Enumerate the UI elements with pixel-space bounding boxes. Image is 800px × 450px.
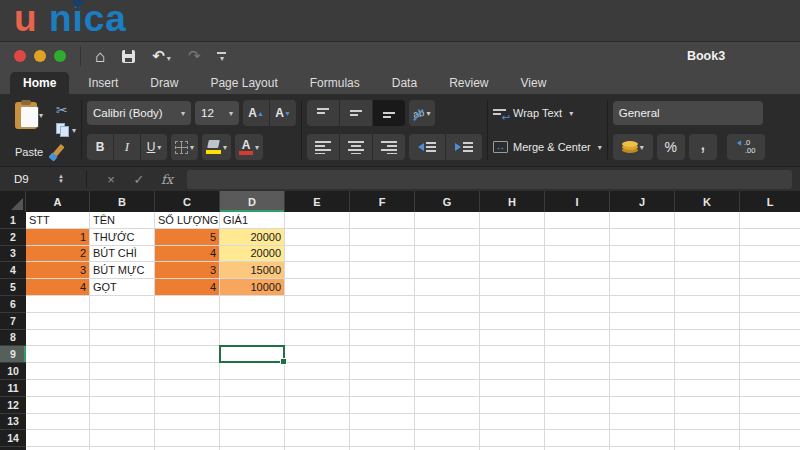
row-header-3[interactable]: 3	[0, 246, 26, 263]
cell-F11[interactable]	[350, 380, 415, 397]
formula-input[interactable]	[187, 170, 792, 189]
cell-I14[interactable]	[545, 430, 610, 447]
cell-G7[interactable]	[415, 313, 480, 330]
align-top-button[interactable]	[307, 100, 339, 126]
cell-G13[interactable]	[415, 414, 480, 431]
cell-E2[interactable]	[285, 229, 350, 246]
percent-style-button[interactable]: %	[657, 134, 685, 160]
merge-center-button[interactable]: ↔ Merge & Center ▾	[493, 134, 602, 160]
cell-H4[interactable]	[480, 262, 545, 279]
tab-insert[interactable]: Insert	[75, 72, 131, 94]
cell-F9[interactable]	[350, 346, 415, 363]
cell-L6[interactable]	[740, 296, 800, 313]
increase-indent-button[interactable]	[446, 134, 482, 160]
cell-C6[interactable]	[155, 296, 220, 313]
cell-D11[interactable]	[220, 380, 285, 397]
cell-A3[interactable]: 2	[26, 246, 90, 263]
cell-I1[interactable]	[545, 212, 610, 229]
cell-J5[interactable]	[610, 279, 675, 296]
column-header-D[interactable]: D	[220, 191, 285, 212]
cell-H11[interactable]	[480, 380, 545, 397]
align-middle-button[interactable]	[340, 100, 372, 126]
column-header-C[interactable]: C	[155, 191, 220, 212]
cell-K8[interactable]	[675, 330, 740, 347]
cell-A7[interactable]	[26, 313, 90, 330]
cell-H14[interactable]	[480, 430, 545, 447]
cell-J13[interactable]	[610, 414, 675, 431]
fill-color-button[interactable]: ▾	[202, 134, 231, 160]
cell-D10[interactable]	[220, 363, 285, 380]
cell-G5[interactable]	[415, 279, 480, 296]
column-header-B[interactable]: B	[90, 191, 155, 212]
cell-L12[interactable]	[740, 397, 800, 414]
cell-J6[interactable]	[610, 296, 675, 313]
column-header-F[interactable]: F	[350, 191, 415, 212]
cell-E1[interactable]	[285, 212, 350, 229]
cell-J7[interactable]	[610, 313, 675, 330]
cell-E14[interactable]	[285, 430, 350, 447]
enter-icon[interactable]: ✓	[125, 172, 153, 187]
row-header-8[interactable]: 8	[0, 330, 26, 347]
cell-H7[interactable]	[480, 313, 545, 330]
cell-A11[interactable]	[26, 380, 90, 397]
cell-E4[interactable]	[285, 262, 350, 279]
cell-J3[interactable]	[610, 246, 675, 263]
cell-D6[interactable]	[220, 296, 285, 313]
tab-home[interactable]: Home	[10, 72, 69, 94]
cell-K2[interactable]	[675, 229, 740, 246]
wrap-text-button[interactable]: ↩ Wrap Text ▾	[493, 100, 573, 126]
cell-K9[interactable]	[675, 346, 740, 363]
format-painter-button[interactable]	[56, 141, 76, 159]
cell-C4[interactable]: 3	[155, 262, 220, 279]
cell-A5[interactable]: 4	[26, 279, 90, 296]
cell-F13[interactable]	[350, 414, 415, 431]
cell-L10[interactable]	[740, 363, 800, 380]
cell-H8[interactable]	[480, 330, 545, 347]
cell-J9[interactable]	[610, 346, 675, 363]
align-right-button[interactable]	[373, 134, 405, 160]
cell-G12[interactable]	[415, 397, 480, 414]
cell-C12[interactable]	[155, 397, 220, 414]
cell-I12[interactable]	[545, 397, 610, 414]
cell-D1[interactable]: GIÁ1	[220, 212, 285, 229]
cell-B9[interactable]	[90, 346, 155, 363]
cell-C8[interactable]	[155, 330, 220, 347]
cell-J12[interactable]	[610, 397, 675, 414]
cell-K4[interactable]	[675, 262, 740, 279]
cell-K14[interactable]	[675, 430, 740, 447]
cell-J14[interactable]	[610, 430, 675, 447]
cell-C2[interactable]: 5	[155, 229, 220, 246]
cell-E13[interactable]	[285, 414, 350, 431]
number-format-select[interactable]: General	[613, 101, 763, 125]
cell-B12[interactable]	[90, 397, 155, 414]
cell-C9[interactable]	[155, 346, 220, 363]
cell-J4[interactable]	[610, 262, 675, 279]
cell-C5[interactable]: 4	[155, 279, 220, 296]
cell-H1[interactable]	[480, 212, 545, 229]
row-header-10[interactable]: 10	[0, 363, 26, 380]
cell-I6[interactable]	[545, 296, 610, 313]
cell-A6[interactable]	[26, 296, 90, 313]
cell-H2[interactable]	[480, 229, 545, 246]
cell-F7[interactable]	[350, 313, 415, 330]
row-header-2[interactable]: 2	[0, 229, 26, 246]
cell-F8[interactable]	[350, 330, 415, 347]
cell-K3[interactable]	[675, 246, 740, 263]
cell-E11[interactable]	[285, 380, 350, 397]
cell-J1[interactable]	[610, 212, 675, 229]
cell-D8[interactable]	[220, 330, 285, 347]
tab-formulas[interactable]: Formulas	[297, 72, 373, 94]
cell-A2[interactable]: 1	[26, 229, 90, 246]
cell-I9[interactable]	[545, 346, 610, 363]
insert-function-icon[interactable]: fx	[153, 172, 181, 187]
column-header-I[interactable]: I	[545, 191, 610, 212]
cell-H6[interactable]	[480, 296, 545, 313]
cell-F14[interactable]	[350, 430, 415, 447]
row-header-7[interactable]: 7	[0, 313, 26, 330]
cell-A10[interactable]	[26, 363, 90, 380]
tab-data[interactable]: Data	[379, 72, 430, 94]
cell-K12[interactable]	[675, 397, 740, 414]
cell-L14[interactable]	[740, 430, 800, 447]
cell-L9[interactable]	[740, 346, 800, 363]
cell-G3[interactable]	[415, 246, 480, 263]
